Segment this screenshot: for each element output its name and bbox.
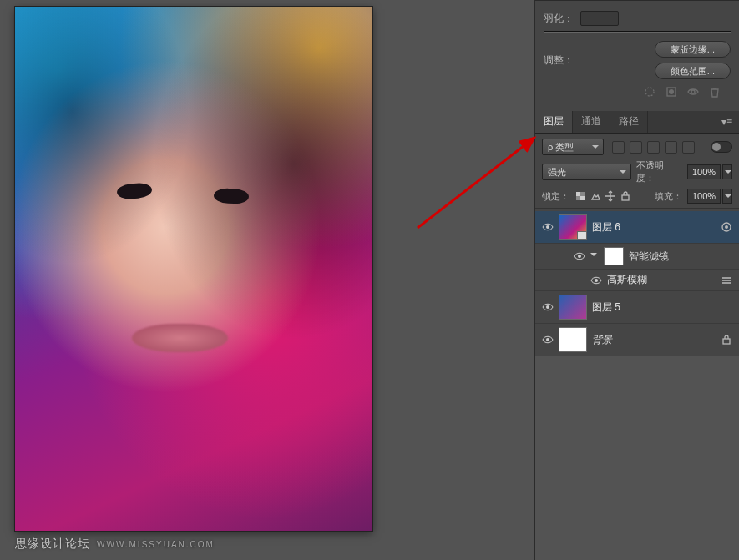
tab-paths[interactable]: 路径 xyxy=(610,111,648,133)
lock-icon xyxy=(721,334,732,346)
fill-label: 填充： xyxy=(655,190,682,203)
adjust-label: 调整： xyxy=(544,53,574,68)
delete-mask-icon[interactable] xyxy=(709,86,721,98)
layer-thumbnail[interactable] xyxy=(559,214,587,240)
watermark: 思缘设计论坛 WWW.MISSYUAN.COM xyxy=(15,537,215,552)
lock-all-icon[interactable] xyxy=(620,190,631,202)
layer-panel-controls: ρ 类型 强光 不透明度： 100% 锁定： xyxy=(535,134,739,209)
toggle-visibility-icon[interactable] xyxy=(687,86,699,98)
load-selection-icon[interactable] xyxy=(644,86,655,98)
visibility-toggle[interactable] xyxy=(542,221,554,233)
watermark-text: 思缘设计论坛 xyxy=(15,537,90,552)
layer-filter-indicator-icon[interactable] xyxy=(721,221,732,233)
document-image[interactable] xyxy=(15,7,372,531)
lock-position-icon[interactable] xyxy=(605,190,616,202)
filter-kind-icons xyxy=(612,141,695,154)
filter-adjust-icon[interactable] xyxy=(630,141,642,154)
lock-transparent-icon[interactable] xyxy=(574,190,586,202)
svg-point-11 xyxy=(725,225,728,229)
svg-rect-8 xyxy=(622,195,629,200)
watermark-url: WWW.MISSYUAN.COM xyxy=(97,540,215,549)
layer-row-background[interactable]: 背景 xyxy=(535,324,739,356)
mask-edge-button[interactable]: 蒙版边缘... xyxy=(655,41,731,58)
visibility-toggle[interactable] xyxy=(574,250,585,262)
layer-row-layer5[interactable]: 图层 5 xyxy=(535,291,739,324)
feather-value-input[interactable] xyxy=(580,11,619,26)
opacity-input[interactable]: 100% xyxy=(687,164,721,179)
color-range-button[interactable]: 颜色范围... xyxy=(655,63,731,79)
visibility-toggle[interactable] xyxy=(542,301,554,313)
svg-point-14 xyxy=(546,305,549,309)
smart-filters-label: 智能滤镜 xyxy=(629,250,669,264)
svg-point-3 xyxy=(669,89,674,94)
filter-pixel-icon[interactable] xyxy=(612,141,625,154)
layer-row-layer6[interactable]: 图层 6 xyxy=(535,211,739,244)
filter-shape-icon[interactable] xyxy=(665,141,677,154)
layers-panel-tabs: 图层 通道 路径 ▾≡ xyxy=(535,111,739,134)
feather-slider[interactable] xyxy=(544,31,731,33)
filter-row-gaussian[interactable]: 高斯模糊 xyxy=(535,270,739,291)
visibility-toggle[interactable] xyxy=(590,275,602,286)
tab-channels[interactable]: 通道 xyxy=(573,111,610,133)
fill-dropdown-button[interactable] xyxy=(722,189,732,204)
opacity-label: 不透明度： xyxy=(636,159,682,184)
canvas-area: 思缘设计论坛 WWW.MISSYUAN.COM xyxy=(0,0,534,560)
filter-toggle[interactable] xyxy=(711,141,732,153)
svg-rect-6 xyxy=(576,192,580,196)
filter-type-icon[interactable] xyxy=(647,141,660,154)
svg-point-12 xyxy=(578,255,581,258)
filter-kind-dropdown[interactable]: ρ 类型 xyxy=(542,139,604,155)
layer-thumbnail[interactable] xyxy=(559,295,587,320)
panel-menu-icon[interactable]: ▾≡ xyxy=(715,113,739,131)
svg-rect-7 xyxy=(580,196,585,200)
svg-point-13 xyxy=(595,279,598,282)
expand-triangle-icon[interactable] xyxy=(590,253,597,260)
layers-list: 图层 6 智能滤镜 高斯模糊 xyxy=(535,209,739,356)
filter-smart-icon[interactable] xyxy=(682,141,695,154)
right-panels-column: 羽化： 调整： 蒙版边缘... 颜色范围... 图层 通道 路径 ▾≡ ρ 类型 xyxy=(534,0,739,560)
svg-point-15 xyxy=(546,338,549,341)
smart-filters-row[interactable]: 智能滤镜 xyxy=(535,244,739,270)
blend-mode-dropdown[interactable]: 强光 xyxy=(542,164,631,180)
tab-layers[interactable]: 图层 xyxy=(535,111,573,133)
fill-input[interactable]: 100% xyxy=(687,189,721,204)
opacity-dropdown-button[interactable] xyxy=(722,164,732,179)
filter-name[interactable]: 高斯模糊 xyxy=(607,273,647,287)
svg-point-9 xyxy=(546,225,549,229)
svg-point-1 xyxy=(645,88,654,96)
layer-name[interactable]: 图层 6 xyxy=(592,220,620,235)
apply-mask-icon[interactable] xyxy=(666,86,677,98)
svg-rect-16 xyxy=(723,339,730,344)
filter-blending-options-icon[interactable] xyxy=(721,275,732,286)
lock-image-icon[interactable] xyxy=(590,190,601,202)
lock-label: 锁定： xyxy=(542,190,569,203)
layer-thumbnail[interactable] xyxy=(559,327,587,352)
layer-name[interactable]: 图层 5 xyxy=(592,300,620,315)
layer-name[interactable]: 背景 xyxy=(592,333,612,347)
properties-panel: 羽化： 调整： 蒙版边缘... 颜色范围... xyxy=(535,0,739,111)
annotation-arrow xyxy=(401,129,551,238)
feather-label: 羽化： xyxy=(544,12,574,26)
filter-mask-thumbnail[interactable] xyxy=(604,247,624,265)
visibility-toggle[interactable] xyxy=(542,334,554,346)
svg-point-4 xyxy=(691,90,695,93)
smart-object-badge xyxy=(577,231,587,240)
svg-line-0 xyxy=(418,138,534,228)
